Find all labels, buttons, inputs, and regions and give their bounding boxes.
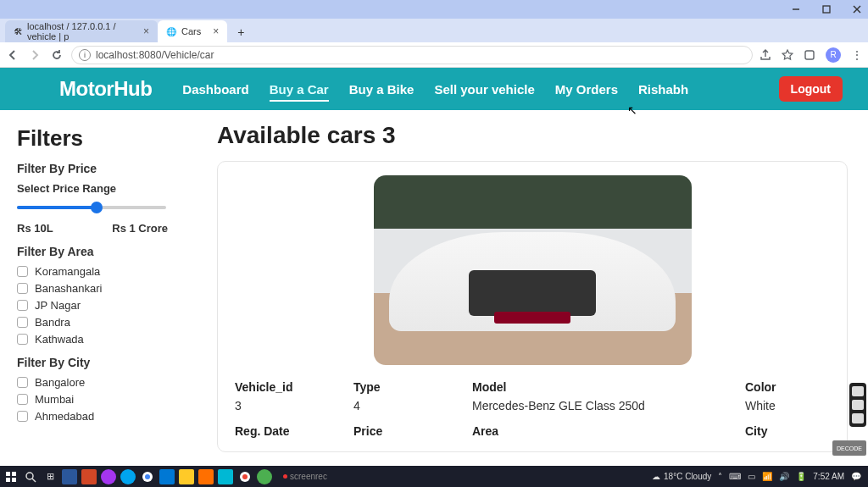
spec-label: Model bbox=[472, 380, 745, 394]
svg-point-12 bbox=[145, 474, 150, 479]
taskbar-chrome-icon[interactable] bbox=[140, 469, 155, 484]
area-checkbox[interactable]: Kathwada bbox=[17, 333, 183, 346]
window-close-button[interactable] bbox=[851, 3, 863, 15]
filters-title: Filters bbox=[17, 125, 183, 152]
checkbox-icon[interactable] bbox=[17, 317, 28, 328]
taskbar-app-icon[interactable] bbox=[62, 469, 77, 484]
tab-close-icon[interactable]: × bbox=[213, 25, 219, 37]
new-tab-button[interactable]: + bbox=[231, 22, 251, 42]
checkbox-icon[interactable] bbox=[17, 300, 28, 311]
window-minimize-button[interactable] bbox=[790, 3, 802, 15]
area-checkbox[interactable]: JP Nagar bbox=[17, 299, 183, 312]
tray-clock[interactable]: 7:52 AM bbox=[813, 472, 844, 481]
nav-sell-vehicle[interactable]: Sell your vehicle bbox=[434, 70, 534, 108]
taskbar-app-icon[interactable] bbox=[159, 469, 175, 484]
tab-close-icon[interactable]: × bbox=[143, 25, 149, 37]
site-info-icon[interactable]: i bbox=[79, 49, 91, 61]
svg-rect-7 bbox=[6, 478, 10, 482]
checkbox-icon[interactable] bbox=[17, 377, 28, 388]
tool-icon[interactable] bbox=[852, 400, 864, 410]
decode-badge: DECODE bbox=[832, 440, 866, 456]
checkbox-icon[interactable] bbox=[17, 266, 28, 277]
car-spec-grid: Vehicle_id Type Model Color 3 4 Mercedes… bbox=[235, 380, 830, 438]
tab-favicon-icon: 🌐 bbox=[166, 26, 176, 36]
city-checkbox[interactable]: Mumbai bbox=[17, 393, 183, 406]
share-icon[interactable] bbox=[760, 49, 771, 61]
spec-value: White bbox=[745, 399, 830, 419]
weather-text: 18°C Cloudy bbox=[664, 472, 711, 481]
taskbar-app-icon[interactable] bbox=[218, 469, 233, 484]
browser-toolbar: i localhost:8080/Vehicle/car R ⋮ bbox=[0, 42, 868, 68]
brand-logo[interactable]: MotorHub bbox=[59, 77, 152, 101]
spec-label: Price bbox=[353, 424, 472, 438]
city-checkbox[interactable]: Bangalore bbox=[17, 376, 183, 389]
tray-chevron-icon[interactable]: ˄ bbox=[718, 472, 722, 481]
area-checkbox[interactable]: Bandra bbox=[17, 316, 183, 329]
svg-rect-8 bbox=[12, 478, 16, 482]
checkbox-icon[interactable] bbox=[17, 394, 28, 405]
tool-icon[interactable] bbox=[852, 386, 864, 396]
screenrec-indicator: screenrec bbox=[283, 472, 327, 481]
city-checkbox[interactable]: Ahmedabad bbox=[17, 410, 183, 423]
bookmark-star-icon[interactable] bbox=[782, 49, 793, 61]
price-max: Rs 1 Crore bbox=[112, 222, 168, 235]
tray-icon[interactable]: ▭ bbox=[748, 472, 755, 481]
taskbar-app-icon[interactable] bbox=[81, 469, 97, 484]
filter-range-label: Select Price Range bbox=[17, 182, 183, 195]
browser-tabstrip: 🛠 localhost / 127.0.0.1 / vehicle | p × … bbox=[0, 19, 868, 42]
tray-wifi-icon[interactable]: 📶 bbox=[762, 472, 772, 481]
tray-battery-icon[interactable]: 🔋 bbox=[796, 472, 806, 481]
browser-menu-icon[interactable]: ⋮ bbox=[851, 48, 863, 62]
screen-tools-panel[interactable] bbox=[849, 383, 866, 427]
spec-value: 4 bbox=[353, 399, 472, 419]
url-text: localhost:8080/Vehicle/car bbox=[96, 49, 214, 61]
logout-button[interactable]: Logout bbox=[779, 76, 843, 102]
taskbar-app-icon[interactable] bbox=[257, 469, 272, 484]
svg-point-14 bbox=[242, 474, 248, 479]
reload-button[interactable] bbox=[49, 47, 64, 63]
start-button[interactable] bbox=[3, 469, 19, 484]
weather-widget[interactable]: ☁ 18°C Cloudy bbox=[652, 472, 711, 481]
taskbar-app-icon[interactable] bbox=[237, 469, 253, 484]
search-icon[interactable] bbox=[23, 469, 38, 484]
taskbar-folder-icon[interactable] bbox=[179, 469, 194, 484]
filter-price-label: Filter By Price bbox=[17, 162, 183, 175]
tray-notifications-icon[interactable]: 💬 bbox=[851, 472, 861, 481]
windows-taskbar: ⊞ screenrec ☁ 18°C Cloudy ˄ ⌨ ▭ 📶 🔊 🔋 7:… bbox=[0, 466, 868, 487]
checkbox-icon[interactable] bbox=[17, 283, 28, 294]
spec-label: Vehicle_id bbox=[235, 380, 353, 394]
address-bar[interactable]: i localhost:8080/Vehicle/car bbox=[71, 46, 753, 64]
area-checkbox[interactable]: Banashankari bbox=[17, 282, 183, 295]
back-button[interactable] bbox=[5, 47, 20, 63]
checkbox-icon[interactable] bbox=[17, 411, 28, 422]
nav-buy-car[interactable]: Buy a Car bbox=[270, 70, 329, 108]
tray-icon[interactable]: ⌨ bbox=[729, 472, 741, 481]
window-maximize-button[interactable] bbox=[821, 3, 832, 15]
checkbox-icon[interactable] bbox=[17, 334, 28, 345]
slider-thumb-icon[interactable] bbox=[91, 202, 103, 213]
tab-title: localhost / 127.0.0.1 / vehicle | p bbox=[27, 21, 131, 42]
forward-button[interactable] bbox=[27, 47, 42, 63]
nav-username[interactable]: Rishabh bbox=[638, 70, 688, 108]
svg-rect-1 bbox=[823, 6, 830, 13]
taskview-icon[interactable]: ⊞ bbox=[42, 469, 58, 484]
area-checkbox[interactable]: Koramangala bbox=[17, 265, 183, 278]
tray-volume-icon[interactable]: 🔊 bbox=[779, 472, 789, 481]
profile-avatar-icon[interactable]: R bbox=[826, 47, 841, 63]
svg-line-10 bbox=[32, 479, 36, 482]
nav-dashboard[interactable]: Dashboard bbox=[182, 70, 248, 108]
weather-icon: ☁ bbox=[652, 472, 660, 481]
browser-tab[interactable]: 🛠 localhost / 127.0.0.1 / vehicle | p × bbox=[5, 20, 158, 42]
nav-buy-bike[interactable]: Buy a Bike bbox=[349, 70, 415, 108]
tool-icon[interactable] bbox=[852, 413, 864, 423]
taskbar-app-icon[interactable] bbox=[198, 469, 214, 484]
svg-rect-6 bbox=[12, 472, 16, 476]
taskbar-app-icon[interactable] bbox=[120, 469, 136, 484]
extensions-icon[interactable] bbox=[804, 49, 815, 61]
browser-tab[interactable]: 🌐 Cars × bbox=[158, 20, 227, 42]
price-slider[interactable] bbox=[17, 200, 183, 215]
filter-city-label: Filter By City bbox=[17, 356, 183, 369]
taskbar-app-icon[interactable] bbox=[101, 469, 116, 484]
spec-label: Type bbox=[353, 380, 472, 394]
nav-my-orders[interactable]: My Orders bbox=[555, 70, 618, 108]
